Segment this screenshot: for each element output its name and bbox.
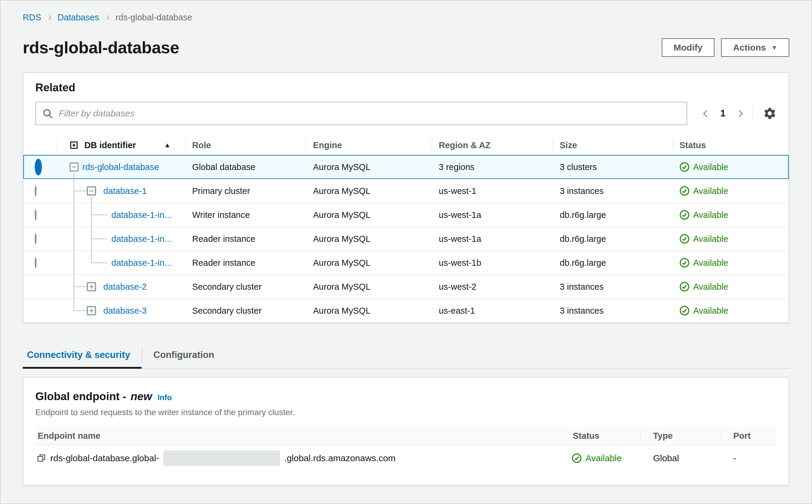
db-identifier-link[interactable]: database-1-in...: [111, 210, 172, 220]
check-circle-icon: [679, 210, 690, 220]
db-identifier-link[interactable]: database-1-in...: [111, 258, 172, 268]
row-radio-selected[interactable]: [35, 159, 42, 175]
db-identifier-link[interactable]: rds-global-database: [82, 162, 159, 172]
breadcrumb-current: rds-global-database: [116, 12, 192, 23]
settings-button[interactable]: [763, 107, 777, 120]
collapse-toggle-icon[interactable]: [69, 163, 79, 172]
chevron-right-icon: [47, 15, 52, 20]
tab-configuration[interactable]: Configuration: [142, 342, 226, 368]
detail-tabs: Connectivity & security Configuration: [23, 342, 789, 369]
status-badge: Available: [693, 210, 728, 220]
page-header: rds-global-database Modify Actions ▼: [23, 37, 789, 58]
related-panel: Related 1: [23, 72, 789, 323]
column-header-engine: Engine: [306, 135, 432, 155]
db-identifier-link[interactable]: database-1: [103, 186, 147, 196]
column-header-region-az: Region & AZ: [432, 135, 553, 155]
row-radio[interactable]: [35, 185, 37, 197]
copy-icon[interactable]: [37, 453, 46, 463]
check-circle-icon: [679, 306, 690, 316]
table-header-row: DB identifier ▲ Role Engine Region & AZ …: [23, 135, 789, 155]
column-header-endpoint-name: Endpoint name: [35, 426, 560, 445]
page-number[interactable]: 1: [720, 108, 726, 119]
column-header-db-identifier[interactable]: DB identifier ▲: [57, 135, 185, 155]
row-radio[interactable]: [35, 233, 37, 245]
db-identifier-link[interactable]: database-3: [103, 306, 147, 316]
check-circle-icon: [679, 162, 690, 172]
endpoint-row: rds-global-database.global-.global.rds.a…: [35, 445, 777, 471]
breadcrumb-link-rds[interactable]: RDS: [23, 12, 41, 23]
status-badge: Available: [693, 186, 728, 196]
column-header-size: Size: [553, 135, 672, 155]
search-icon: [42, 108, 53, 119]
endpoint-table: Endpoint name Status Type Port rds-globa…: [35, 426, 777, 471]
endpoint-table-header: Endpoint name Status Type Port: [35, 426, 777, 445]
global-endpoint-panel: Global endpoint - new Info Endpoint to s…: [23, 377, 789, 485]
page-title: rds-global-database: [23, 37, 179, 58]
table-row: database-1 Primary cluster Aurora MySQL …: [23, 179, 789, 203]
info-link[interactable]: Info: [157, 393, 172, 402]
global-endpoint-title: Global endpoint - new Info: [35, 390, 777, 403]
status-badge: Available: [585, 453, 622, 463]
global-endpoint-description: Endpoint to send requests to the writer …: [35, 408, 777, 417]
check-circle-icon: [679, 258, 690, 268]
sort-ascending-icon: ▲: [164, 141, 171, 149]
status-badge: Available: [693, 258, 728, 268]
db-identifier-link[interactable]: database-2: [103, 282, 147, 292]
row-radio[interactable]: [35, 257, 37, 268]
expand-toggle-icon[interactable]: [87, 282, 96, 292]
tab-connectivity-security[interactable]: Connectivity & security: [23, 342, 142, 368]
pagination: 1: [704, 108, 742, 119]
next-page-button[interactable]: [736, 110, 743, 117]
status-badge: Available: [693, 162, 728, 172]
caret-down-icon: ▼: [771, 44, 777, 51]
related-title: Related: [35, 81, 777, 94]
table-row: database-2 Secondary cluster Aurora MySQ…: [23, 275, 789, 299]
column-header-port: Port: [720, 426, 777, 445]
check-circle-icon: [679, 234, 690, 244]
column-header-role: Role: [185, 135, 306, 155]
endpoint-name-suffix: .global.rds.amazonaws.com: [284, 453, 396, 463]
filter-input[interactable]: [35, 102, 687, 125]
modify-button[interactable]: Modify: [662, 38, 715, 57]
check-circle-icon: [679, 186, 690, 196]
gear-icon: [763, 107, 777, 120]
check-circle-icon: [679, 282, 690, 292]
table-row: database-3 Secondary cluster Aurora MySQ…: [23, 299, 789, 323]
row-radio[interactable]: [35, 209, 37, 221]
breadcrumb-link-databases[interactable]: Databases: [57, 12, 99, 23]
status-badge: Available: [693, 234, 728, 244]
collapse-toggle-icon[interactable]: [87, 186, 96, 196]
related-table: DB identifier ▲ Role Engine Region & AZ …: [23, 135, 789, 323]
check-circle-icon: [572, 453, 582, 463]
status-badge: Available: [693, 282, 728, 292]
table-row: database-1-in... Writer instance Aurora …: [23, 203, 789, 227]
table-row: database-1-in... Reader instance Aurora …: [23, 251, 789, 275]
expand-toggle-icon[interactable]: [87, 306, 96, 315]
endpoint-name-prefix: rds-global-database.global-: [50, 453, 159, 463]
expand-all-icon: [69, 141, 78, 150]
endpoint-type: Global: [640, 453, 720, 463]
previous-page-button[interactable]: [703, 110, 710, 117]
table-row: database-1-in... Reader instance Aurora …: [23, 227, 789, 251]
filter-field: [35, 102, 687, 125]
redacted-endpoint-id: [163, 450, 280, 466]
column-header-type: Type: [640, 426, 720, 445]
breadcrumb: RDS Databases rds-global-database: [23, 12, 789, 23]
table-row: rds-global-database Global database Auro…: [23, 155, 789, 179]
actions-button[interactable]: Actions ▼: [721, 38, 789, 57]
toolbar-divider: [752, 105, 753, 122]
column-header-status: Status: [672, 135, 789, 155]
column-header-status: Status: [560, 426, 640, 445]
endpoint-port: -: [720, 453, 777, 463]
status-badge: Available: [693, 306, 728, 316]
db-identifier-link[interactable]: database-1-in...: [111, 234, 172, 244]
chevron-right-icon: [105, 15, 110, 20]
selection-column-header: [23, 135, 57, 155]
